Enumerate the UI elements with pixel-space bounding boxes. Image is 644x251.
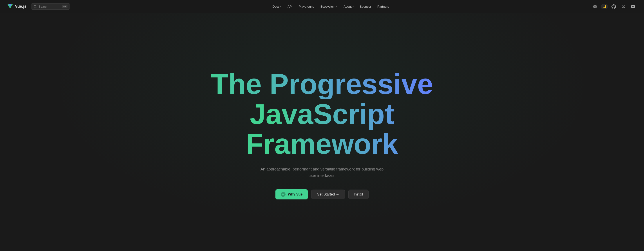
- hero-title-line1: The Progressive: [201, 69, 443, 99]
- why-vue-button[interactable]: ▶ Why Vue: [276, 189, 308, 200]
- search-placeholder: Search: [38, 5, 48, 8]
- svg-line-3: [36, 7, 37, 8]
- search-kbd-key: ⌘K: [62, 4, 68, 8]
- nav-item-ecosystem[interactable]: Ecosystem ▾: [318, 3, 340, 10]
- nav-item-api[interactable]: API: [285, 3, 295, 10]
- hero-title-line2: JavaScript Framework: [201, 99, 443, 159]
- twitter-link-button[interactable]: [620, 3, 627, 10]
- nav-item-partners[interactable]: Partners: [375, 3, 392, 10]
- nav-item-about[interactable]: About ▾: [341, 3, 356, 10]
- hero-subtitle: An approachable, performant and versatil…: [256, 166, 388, 179]
- hero-title: The Progressive JavaScript Framework: [201, 69, 443, 159]
- nav-item-playground[interactable]: Playground: [296, 3, 317, 10]
- logo-text: Vue.js: [15, 4, 26, 9]
- play-icon: ▶: [281, 192, 286, 197]
- docs-chevron-icon: ▾: [280, 5, 281, 8]
- moon-icon: 🌙: [602, 5, 606, 8]
- ecosystem-chevron-icon: ▾: [336, 5, 338, 8]
- github-icon: [612, 4, 616, 9]
- navbar: Vue.js Search ⌘K Docs ▾ API Playground E…: [0, 0, 644, 13]
- nav-item-sponsor[interactable]: Sponsor: [357, 3, 374, 10]
- nav-item-docs[interactable]: Docs ▾: [270, 3, 284, 10]
- navbar-right: 🌙: [591, 3, 637, 10]
- search-shortcut: ⌘K: [62, 4, 68, 8]
- navbar-left: Vue.js Search ⌘K: [7, 3, 70, 10]
- hero-section: The Progressive JavaScript Framework An …: [0, 13, 644, 251]
- navbar-center: Docs ▾ API Playground Ecosystem ▾ About …: [270, 3, 392, 10]
- search-bar[interactable]: Search ⌘K: [31, 3, 70, 10]
- discord-icon: [631, 4, 635, 9]
- install-button[interactable]: Install: [348, 190, 368, 199]
- search-icon: [34, 5, 37, 8]
- language-icon: [593, 4, 597, 8]
- get-started-button[interactable]: Get Started →: [311, 190, 344, 199]
- about-chevron-icon: ▾: [352, 5, 354, 8]
- hero-buttons: ▶ Why Vue Get Started → Install: [276, 189, 368, 200]
- theme-toggle-button[interactable]: 🌙: [601, 4, 608, 9]
- discord-link-button[interactable]: [629, 3, 637, 10]
- logo[interactable]: Vue.js: [7, 3, 26, 10]
- language-switcher-button[interactable]: [591, 3, 599, 10]
- vue-logo-icon: [7, 3, 13, 10]
- github-link-button[interactable]: [610, 3, 618, 10]
- twitter-icon: [622, 4, 625, 8]
